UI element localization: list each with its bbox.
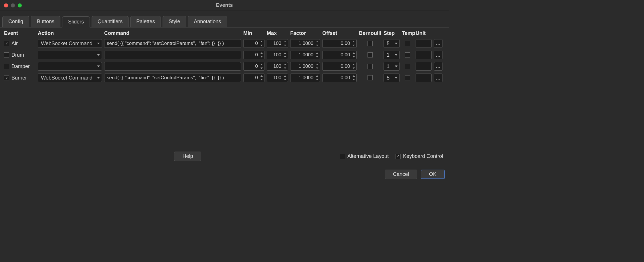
min-spin-burner[interactable]: [243, 74, 264, 82]
unit-field-drum[interactable]: [416, 51, 432, 59]
command-field-damper[interactable]: [104, 62, 241, 71]
tab-config[interactable]: Config: [2, 16, 29, 27]
offset-spin-air-down[interactable]: [352, 44, 356, 47]
max-spin-burner-down[interactable]: [283, 78, 287, 81]
max-spin-burner-up[interactable]: [283, 74, 287, 78]
enable-checkbox-damper[interactable]: [4, 64, 9, 69]
factor-spin-air-input[interactable]: [291, 41, 315, 46]
temp-checkbox-air[interactable]: [405, 41, 410, 46]
alternative-layout-checkbox[interactable]: [340, 154, 345, 159]
window-close-button[interactable]: [4, 3, 8, 7]
offset-spin-drum-down[interactable]: [352, 55, 356, 58]
more-button-burner[interactable]: ...: [434, 74, 442, 82]
tab-annotations[interactable]: Annotations: [188, 16, 227, 27]
max-spin-damper-up[interactable]: [283, 63, 287, 66]
max-spin-drum-down[interactable]: [283, 55, 287, 58]
step-combo-drum[interactable]: 1: [384, 51, 400, 59]
factor-spin-damper-down[interactable]: [315, 67, 319, 70]
step-combo-damper[interactable]: 1: [384, 62, 400, 71]
max-spin-air-up[interactable]: [283, 40, 287, 43]
min-spin-damper-input[interactable]: [244, 63, 259, 69]
offset-spin-burner[interactable]: [322, 74, 357, 82]
step-combo-air[interactable]: 5: [384, 39, 400, 48]
factor-spin-damper-up[interactable]: [315, 63, 319, 66]
min-spin-burner-input[interactable]: [244, 75, 259, 81]
action-combo-air[interactable]: WebSocket Command: [38, 39, 102, 48]
cancel-button[interactable]: Cancel: [385, 170, 417, 179]
offset-spin-burner-down[interactable]: [352, 78, 356, 81]
offset-spin-damper-input[interactable]: [323, 63, 351, 69]
bernoulli-checkbox-drum[interactable]: [368, 52, 373, 57]
action-combo-drum[interactable]: [38, 51, 102, 59]
max-spin-damper-input[interactable]: [267, 63, 283, 69]
min-spin-drum-input[interactable]: [244, 52, 259, 58]
factor-spin-air-up[interactable]: [315, 40, 319, 43]
factor-spin-burner-down[interactable]: [315, 78, 319, 81]
factor-spin-drum-down[interactable]: [315, 55, 319, 58]
max-spin-drum[interactable]: [267, 51, 288, 59]
max-spin-air-down[interactable]: [283, 44, 287, 47]
offset-spin-drum-up[interactable]: [352, 51, 356, 55]
factor-spin-air[interactable]: [290, 39, 320, 48]
max-spin-drum-up[interactable]: [283, 51, 287, 55]
tab-style[interactable]: Style: [163, 16, 186, 27]
max-spin-burner[interactable]: [267, 74, 288, 82]
temp-checkbox-drum[interactable]: [405, 52, 410, 57]
min-spin-air[interactable]: [243, 39, 264, 48]
more-button-drum[interactable]: ...: [434, 51, 442, 59]
offset-spin-burner-input[interactable]: [323, 75, 351, 81]
min-spin-burner-up[interactable]: [260, 74, 264, 78]
offset-spin-damper-up[interactable]: [352, 63, 356, 66]
factor-spin-air-down[interactable]: [315, 44, 319, 47]
window-zoom-button[interactable]: [18, 3, 22, 7]
bernoulli-checkbox-damper[interactable]: [368, 64, 373, 69]
offset-spin-drum[interactable]: [322, 51, 357, 59]
command-field-drum[interactable]: [104, 51, 241, 59]
help-button[interactable]: Help: [174, 152, 201, 161]
tab-palettes[interactable]: Palettes: [130, 16, 161, 27]
bernoulli-checkbox-burner[interactable]: [368, 75, 373, 80]
min-spin-damper-down[interactable]: [260, 67, 264, 70]
step-combo-burner[interactable]: 5: [384, 74, 400, 82]
factor-spin-drum-up[interactable]: [315, 51, 319, 55]
more-button-damper[interactable]: ...: [434, 62, 442, 71]
action-combo-damper[interactable]: [38, 62, 102, 71]
window-minimize-button[interactable]: [11, 3, 15, 7]
max-spin-air-input[interactable]: [267, 41, 283, 46]
factor-spin-drum[interactable]: [290, 51, 320, 59]
min-spin-burner-down[interactable]: [260, 78, 264, 81]
more-button-air[interactable]: ...: [434, 39, 442, 48]
enable-checkbox-air[interactable]: [4, 41, 9, 46]
min-spin-damper[interactable]: [243, 62, 264, 71]
offset-spin-air[interactable]: [322, 39, 357, 48]
command-field-burner[interactable]: [104, 74, 241, 82]
offset-spin-air-up[interactable]: [352, 40, 356, 43]
unit-field-burner[interactable]: [416, 74, 432, 82]
offset-spin-air-input[interactable]: [323, 41, 351, 46]
offset-spin-burner-up[interactable]: [352, 74, 356, 78]
unit-field-air[interactable]: [416, 39, 432, 48]
offset-spin-damper[interactable]: [322, 62, 357, 71]
factor-spin-burner-input[interactable]: [291, 75, 315, 81]
enable-checkbox-burner[interactable]: [4, 75, 9, 80]
min-spin-air-down[interactable]: [260, 44, 264, 47]
offset-spin-drum-input[interactable]: [323, 52, 351, 58]
command-input-air[interactable]: [107, 41, 238, 46]
min-spin-damper-up[interactable]: [260, 63, 264, 66]
factor-spin-damper[interactable]: [290, 62, 320, 71]
max-spin-damper-down[interactable]: [283, 67, 287, 70]
min-spin-drum[interactable]: [243, 51, 264, 59]
temp-checkbox-damper[interactable]: [405, 64, 410, 69]
command-input-damper[interactable]: [107, 63, 238, 69]
command-field-air[interactable]: [104, 39, 241, 48]
offset-spin-damper-down[interactable]: [352, 67, 356, 70]
min-spin-drum-down[interactable]: [260, 55, 264, 58]
min-spin-air-input[interactable]: [244, 41, 259, 46]
max-spin-damper[interactable]: [267, 62, 288, 71]
max-spin-air[interactable]: [267, 39, 288, 48]
action-combo-burner[interactable]: WebSocket Command: [38, 74, 102, 82]
command-input-drum[interactable]: [107, 52, 238, 58]
min-spin-air-up[interactable]: [260, 40, 264, 43]
bernoulli-checkbox-air[interactable]: [368, 41, 373, 46]
unit-field-damper[interactable]: [416, 62, 432, 71]
